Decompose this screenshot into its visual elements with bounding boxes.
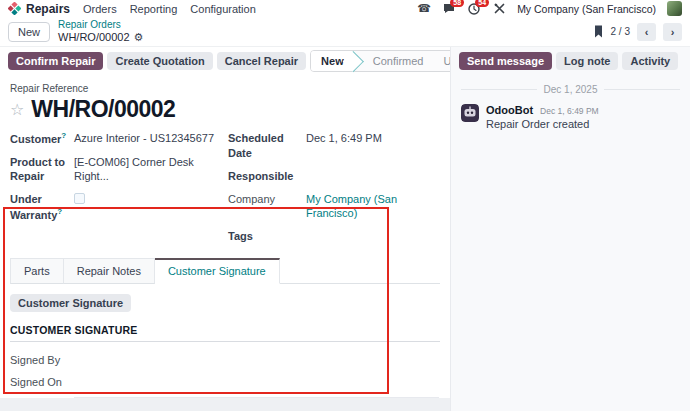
message-author[interactable]: OdooBot	[486, 104, 533, 116]
customer-value[interactable]: Azure Interior - US12345677	[74, 131, 214, 147]
odoobot-avatar[interactable]	[461, 104, 479, 122]
field-product: Product to Repair [E-COM06] Corner Desk …	[10, 155, 228, 185]
customer-help-icon[interactable]: ?	[61, 131, 66, 140]
field-customer: Customer? Azure Interior - US12345677	[10, 131, 228, 147]
menu-orders[interactable]: Orders	[83, 3, 117, 15]
cancel-repair-button[interactable]: Cancel Repair	[217, 52, 306, 70]
message-body: Repair Order created	[486, 118, 599, 130]
field-warranty: Under Warranty?	[10, 192, 228, 222]
customer-signature-label: Customer Signature	[10, 397, 74, 398]
control-panel: Confirm Repair Create Quotation Cancel R…	[0, 47, 690, 75]
pager-area: 2 / 3 ‹ ›	[593, 23, 682, 41]
status-step-new[interactable]: New	[311, 51, 354, 71]
user-menu[interactable]: My Company (San Francisco)	[517, 3, 656, 15]
field-signed-by: Signed By	[10, 353, 440, 368]
top-navbar: Repairs Orders Reporting Configuration ☎…	[0, 0, 690, 17]
tab-customer-signature[interactable]: Customer Signature	[155, 258, 280, 284]
app-brand[interactable]: Repairs	[8, 2, 70, 16]
form-column: Repair Reference ☆ WH/RO/00002 Customer?…	[0, 75, 450, 411]
field-tags: Tags	[228, 229, 440, 244]
status-step-confirmed[interactable]: Confirmed	[363, 51, 434, 71]
activities-icon[interactable]: 54	[467, 2, 481, 15]
responsible-label: Responsible	[228, 169, 306, 184]
pager-count: 2 / 3	[611, 26, 630, 37]
tags-label: Tags	[228, 229, 306, 244]
systray: ☎ 58 54 My Company (San Francisco)	[417, 1, 682, 16]
company-value[interactable]: My Company (San Francisco)	[306, 192, 440, 222]
field-responsible: Responsible	[228, 169, 440, 184]
bookmark-icon[interactable]	[593, 25, 604, 38]
tab-repair-notes[interactable]: Repair Notes	[64, 258, 155, 284]
scheduled-date-label: Scheduled Date	[228, 131, 306, 161]
record-title: WH/RO/00002	[31, 96, 175, 123]
action-buttons: Confirm Repair Create Quotation Cancel R…	[0, 47, 450, 75]
create-quotation-button[interactable]: Create Quotation	[107, 52, 212, 70]
signature-section-title: CUSTOMER SIGNATURE	[10, 324, 440, 336]
customer-label: Customer?	[10, 131, 74, 147]
crossed-tools-icon	[494, 3, 505, 14]
signature-box[interactable]: SIGNATURE	[74, 397, 439, 398]
app-name[interactable]: Repairs	[26, 2, 70, 16]
product-value[interactable]: [E-COM06] Corner Desk Right...	[74, 155, 228, 185]
warranty-help-icon[interactable]: ?	[57, 207, 62, 216]
signed-on-label: Signed On	[10, 375, 74, 390]
odoo-apps-icon	[8, 2, 21, 15]
scheduled-date-value[interactable]: Dec 1, 6:49 PM	[306, 131, 382, 161]
pager-previous-button[interactable]: ‹	[637, 23, 656, 41]
gear-icon[interactable]: ⚙	[134, 31, 144, 44]
reference-label: Repair Reference	[10, 83, 440, 94]
chatter-message: OdooBot Dec 1, 6:49 PM Repair Order crea…	[461, 104, 680, 130]
date-divider: Dec 1, 2025	[461, 84, 680, 95]
warranty-checkbox[interactable]	[74, 193, 85, 204]
pager-next-button[interactable]: ›	[663, 23, 682, 41]
form-sheet: Repair Reference ☆ WH/RO/00002 Customer?…	[0, 75, 450, 398]
messages-badge: 58	[450, 0, 464, 7]
breadcrumb-row: New Repair Orders WH/RO/00002 ⚙ 2 / 3 ‹ …	[0, 17, 690, 47]
log-note-button[interactable]: Log note	[556, 52, 618, 70]
chatter-panel: Dec 1, 2025 OdooBot Dec 1, 6:49 PM Repai…	[450, 75, 690, 411]
message-timestamp: Dec 1, 6:49 PM	[540, 106, 599, 116]
send-message-button[interactable]: Send message	[459, 52, 552, 70]
customer-signature-button[interactable]: Customer Signature	[10, 294, 131, 312]
company-label: Company	[228, 192, 306, 222]
breadcrumb-current: WH/RO/00002	[58, 31, 130, 44]
breadcrumb-parent-link[interactable]: Repair Orders	[58, 19, 143, 31]
new-record-button[interactable]: New	[8, 22, 50, 42]
warranty-label: Under Warranty?	[10, 192, 74, 222]
customer-signature-tab-content: Customer Signature CUSTOMER SIGNATURE Si…	[10, 284, 440, 398]
tab-parts[interactable]: Parts	[10, 258, 64, 284]
activities-badge: 54	[475, 0, 489, 7]
activity-button[interactable]: Activity	[622, 52, 678, 70]
phone-icon[interactable]: ☎	[417, 2, 431, 15]
tools-icon[interactable]	[492, 2, 506, 15]
main-content: Repair Reference ☆ WH/RO/00002 Customer?…	[0, 75, 690, 411]
signed-by-label: Signed By	[10, 353, 74, 368]
menu-reporting[interactable]: Reporting	[130, 3, 178, 15]
favorite-star-icon[interactable]: ☆	[10, 102, 24, 118]
field-scheduled-date: Scheduled Date Dec 1, 6:49 PM	[228, 131, 440, 161]
breadcrumb: Repair Orders WH/RO/00002 ⚙	[58, 19, 143, 43]
chatter-toolbar: Send message Log note Activity 0	[450, 47, 690, 75]
user-avatar[interactable]	[667, 1, 682, 16]
product-label: Product to Repair	[10, 155, 74, 185]
menu-configuration[interactable]: Configuration	[190, 3, 255, 15]
messages-icon[interactable]: 58	[442, 2, 456, 15]
field-signed-on: Signed On	[10, 375, 440, 390]
field-grid: Customer? Azure Interior - US12345677 Pr…	[10, 131, 440, 252]
field-customer-signature: Customer Signature SIGNATURE	[10, 397, 440, 398]
field-company: Company My Company (San Francisco)	[228, 192, 440, 222]
confirm-repair-button[interactable]: Confirm Repair	[8, 52, 103, 70]
section-divider	[10, 341, 440, 342]
notebook-tabs: Parts Repair Notes Customer Signature	[10, 258, 440, 284]
